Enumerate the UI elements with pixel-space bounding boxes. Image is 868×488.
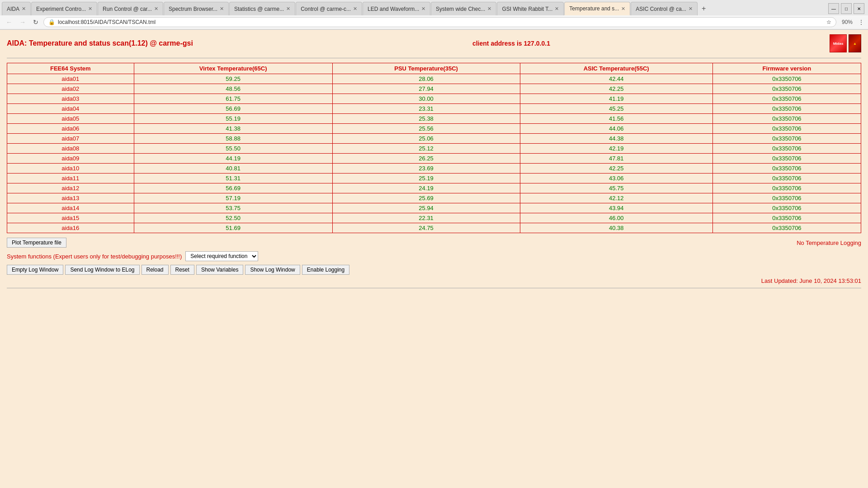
cell-psu: 25.56 bbox=[332, 124, 520, 134]
cell-firmware: 0x3350706 bbox=[712, 193, 861, 203]
tab-close-icon[interactable]: ✕ bbox=[220, 6, 224, 12]
cell-virtex: 58.88 bbox=[134, 134, 332, 144]
tab-close-icon[interactable]: ✕ bbox=[353, 6, 357, 12]
send-log-window-button[interactable]: Send Log Window to ELog bbox=[65, 265, 139, 275]
tab-system-check[interactable]: System wide Chec... ✕ bbox=[431, 2, 496, 15]
tab-label: ASIC Control @ ca... bbox=[636, 6, 686, 12]
cell-firmware: 0x3350706 bbox=[712, 203, 861, 213]
tab-label: Statistics @ carme... bbox=[234, 6, 284, 12]
tab-close-icon[interactable]: ✕ bbox=[22, 6, 26, 12]
table-row: aida01 59.25 28.06 42.44 0x3350706 bbox=[7, 74, 861, 84]
cell-psu: 25.94 bbox=[332, 203, 520, 213]
cell-asic: 44.38 bbox=[520, 134, 712, 144]
cell-system: aida06 bbox=[7, 124, 134, 134]
cell-psu: 28.06 bbox=[332, 74, 520, 84]
cell-psu: 25.06 bbox=[332, 134, 520, 144]
cell-system: aida09 bbox=[7, 154, 134, 164]
cell-asic: 43.94 bbox=[520, 203, 712, 213]
cell-psu: 24.75 bbox=[332, 223, 520, 233]
cell-firmware: 0x3350706 bbox=[712, 183, 861, 193]
function-select[interactable]: Select required function bbox=[185, 251, 258, 261]
tab-temperature[interactable]: Temperature and s... ✕ bbox=[564, 2, 630, 15]
client-address: client address is 127.0.0.1 bbox=[472, 40, 550, 47]
tab-aida[interactable]: AIDA ✕ bbox=[2, 2, 31, 15]
address-text: localhost:8015/AIDA/TSCAN/TSCAN.tml bbox=[58, 19, 824, 25]
security-icon: 🔒 bbox=[48, 19, 55, 25]
tab-close-icon[interactable]: ✕ bbox=[88, 6, 92, 12]
col-header-asic: ASIC Temperature(55C) bbox=[520, 63, 712, 74]
cell-system: aida11 bbox=[7, 174, 134, 183]
close-button[interactable]: ✕ bbox=[854, 3, 864, 14]
cell-system: aida15 bbox=[7, 213, 134, 223]
cell-system: aida10 bbox=[7, 164, 134, 174]
midas-logo: Midas bbox=[830, 34, 847, 52]
cell-firmware: 0x3350706 bbox=[712, 84, 861, 94]
cell-psu: 25.69 bbox=[332, 193, 520, 203]
extensions-button[interactable]: ⋮ bbox=[858, 19, 864, 26]
cell-system: aida04 bbox=[7, 104, 134, 114]
cell-virtex: 55.50 bbox=[134, 144, 332, 154]
reset-button[interactable]: Reset bbox=[170, 265, 194, 275]
cell-virtex: 44.19 bbox=[134, 154, 332, 164]
tab-close-icon[interactable]: ✕ bbox=[555, 6, 559, 12]
cell-system: aida03 bbox=[7, 94, 134, 104]
tab-statistics[interactable]: Statistics @ carme... ✕ bbox=[229, 2, 295, 15]
table-row: aida05 55.19 25.38 41.56 0x3350706 bbox=[7, 114, 861, 124]
system-functions-row: System functions (Expert users only for … bbox=[7, 251, 861, 261]
forward-button[interactable]: → bbox=[17, 18, 28, 27]
show-variables-button[interactable]: Show Variables bbox=[196, 265, 244, 275]
empty-log-window-button[interactable]: Empty Log Window bbox=[7, 265, 63, 275]
page-header: AIDA: Temperature and status scan(1.12) … bbox=[7, 34, 861, 52]
tab-label: Run Control @ car... bbox=[103, 6, 152, 12]
zoom-indicator: 90% bbox=[839, 19, 855, 25]
tab-close-icon[interactable]: ✕ bbox=[689, 6, 693, 12]
tab-close-icon[interactable]: ✕ bbox=[487, 6, 491, 12]
tab-control[interactable]: Control @ carme-c... ✕ bbox=[296, 2, 362, 15]
tab-experiment-control[interactable]: Experiment Contro... ✕ bbox=[31, 2, 97, 15]
enable-logging-button[interactable]: Enable Logging bbox=[302, 265, 349, 275]
cell-asic: 45.75 bbox=[520, 183, 712, 193]
table-row: aida09 44.19 26.25 47.81 0x3350706 bbox=[7, 154, 861, 164]
table-row: aida11 51.31 25.19 43.06 0x3350706 bbox=[7, 174, 861, 183]
cell-psu: 30.00 bbox=[332, 94, 520, 104]
bookmark-icon[interactable]: ☆ bbox=[826, 19, 831, 25]
logo-area: Midas ▲ bbox=[830, 34, 861, 52]
table-row: aida06 41.38 25.56 44.06 0x3350706 bbox=[7, 124, 861, 134]
tab-close-icon[interactable]: ✕ bbox=[621, 6, 625, 12]
reload-button[interactable]: ↻ bbox=[31, 18, 41, 27]
cell-asic: 45.25 bbox=[520, 104, 712, 114]
show-log-window-button[interactable]: Show Log Window bbox=[245, 265, 300, 275]
cell-system: aida01 bbox=[7, 74, 134, 84]
tab-run-control[interactable]: Run Control @ car... ✕ bbox=[98, 2, 163, 15]
cell-asic: 47.81 bbox=[520, 154, 712, 164]
no-logging-label: No Temperature Logging bbox=[797, 239, 861, 246]
plot-temperature-button[interactable]: Plot Temperature file bbox=[7, 238, 66, 248]
tab-label: AIDA bbox=[7, 6, 19, 12]
cell-psu: 25.38 bbox=[332, 114, 520, 124]
cell-system: aida02 bbox=[7, 84, 134, 94]
reload-button-action[interactable]: Reload bbox=[142, 265, 169, 275]
table-row: aida07 58.88 25.06 44.38 0x3350706 bbox=[7, 134, 861, 144]
tab-close-icon[interactable]: ✕ bbox=[286, 6, 290, 12]
cell-firmware: 0x3350706 bbox=[712, 124, 861, 134]
cell-system: aida08 bbox=[7, 144, 134, 154]
new-tab-button[interactable]: + bbox=[698, 3, 709, 14]
tab-close-icon[interactable]: ✕ bbox=[154, 6, 158, 12]
tab-gsi-white-rabbit[interactable]: GSI White Rabbit T... ✕ bbox=[497, 2, 564, 15]
cell-firmware: 0x3350706 bbox=[712, 154, 861, 164]
cell-asic: 41.56 bbox=[520, 114, 712, 124]
col-header-psu: PSU Temperature(35C) bbox=[332, 63, 520, 74]
col-header-system: FEE64 System bbox=[7, 63, 134, 74]
table-row: aida10 40.81 23.69 42.25 0x3350706 bbox=[7, 164, 861, 174]
cell-asic: 44.06 bbox=[520, 124, 712, 134]
cell-system: aida13 bbox=[7, 193, 134, 203]
maximize-button[interactable]: □ bbox=[841, 3, 852, 14]
tab-spectrum-browser[interactable]: Spectrum Browser... ✕ bbox=[164, 2, 229, 15]
cell-firmware: 0x3350706 bbox=[712, 174, 861, 183]
minimize-button[interactable]: — bbox=[828, 3, 839, 14]
tab-close-icon[interactable]: ✕ bbox=[421, 6, 425, 12]
tab-led-waveform[interactable]: LED and Waveform... ✕ bbox=[363, 2, 430, 15]
address-bar[interactable]: 🔒 localhost:8015/AIDA/TSCAN/TSCAN.tml ☆ bbox=[43, 17, 836, 27]
tab-asic-control[interactable]: ASIC Control @ ca... ✕ bbox=[631, 2, 698, 15]
back-button[interactable]: ← bbox=[4, 18, 14, 27]
